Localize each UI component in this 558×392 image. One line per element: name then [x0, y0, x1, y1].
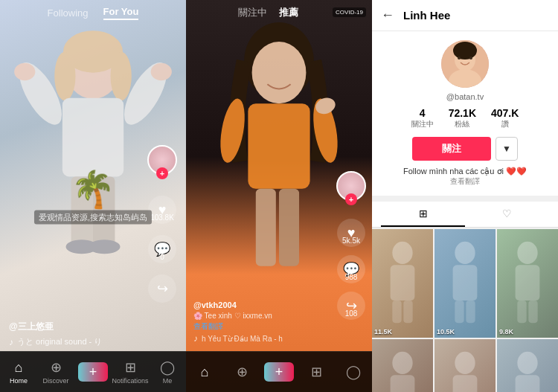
middle-tab-discover[interactable]: ⊕ — [223, 364, 260, 380]
notifications-icon: ⊞ — [125, 359, 136, 376]
svg-point-8 — [151, 63, 172, 81]
stat-following: 4 關注中 — [411, 107, 434, 129]
svg-point-7 — [14, 63, 35, 81]
followers-label: 粉絲 — [455, 119, 469, 129]
share-button[interactable]: ↪ — [148, 274, 176, 303]
follow-button[interactable]: 關注 — [412, 137, 491, 161]
likes-label: 讚 — [501, 119, 509, 129]
left-right-icons: ♥ 103.8K 💬 0 ↪ — [147, 145, 177, 303]
svg-rect-30 — [403, 301, 412, 323]
panel-middle: 關注中 推薦 COVID-19 ♥ 5k.5k 💬 988 ↪ 108 @vtk… — [186, 0, 372, 392]
me-label: Me — [163, 377, 173, 385]
video-thumb-4[interactable]: 12.3K — [434, 339, 496, 392]
stat-followers: 72.1K 粉絲 — [449, 107, 476, 129]
middle-notif-icon: ⊞ — [311, 364, 322, 380]
left-sound-row: ♪ うと original sound - り — [9, 336, 145, 347]
svg-rect-36 — [516, 265, 540, 301]
svg-point-43 — [455, 352, 475, 374]
middle-following-tab[interactable]: 關注中 — [238, 6, 267, 19]
svg-rect-20 — [279, 189, 299, 266]
bio-text: Follow mình nha các cậu ơi ❤️❤️ — [403, 167, 527, 176]
left-username: @三上悠亜 — [9, 321, 145, 333]
comment-count: 0 — [148, 253, 176, 261]
svg-rect-44 — [453, 375, 478, 392]
svg-point-39 — [392, 352, 412, 374]
svg-rect-28 — [391, 265, 415, 301]
profile-tab-grid[interactable]: ⊞ — [381, 202, 465, 227]
profile-tab-liked[interactable]: ♡ — [465, 202, 549, 227]
middle-desc2[interactable]: 查看翻譯 — [193, 321, 331, 332]
svg-point-12 — [89, 240, 120, 254]
notifications-label: Notifications — [112, 377, 148, 385]
middle-me-icon: ◯ — [346, 364, 361, 380]
for-you-tab[interactable]: For You — [103, 6, 139, 20]
likes-count: 407.K — [491, 107, 519, 119]
video-thumb-3[interactable]: 15.6K — [372, 339, 433, 392]
middle-like-count: 5k.5k — [337, 237, 365, 245]
tab-home[interactable]: ⌂ Home — [0, 360, 37, 385]
middle-desc1: 🌸 Tee xinh ♡ ixxme.vn — [193, 312, 331, 320]
me-icon: ◯ — [160, 359, 175, 376]
svg-rect-15 — [248, 103, 310, 188]
middle-tab-home[interactable]: ⌂ — [186, 364, 223, 380]
middle-tab-notif[interactable]: ⊞ — [298, 364, 335, 380]
middle-music-icon: ♪ — [193, 333, 198, 344]
stat-likes: 407.K 讚 — [491, 107, 519, 129]
panel-left: Following For You ♥ 103.8K 💬 0 ↪ @三上悠亜 ♪… — [0, 0, 186, 392]
svg-rect-34 — [466, 301, 475, 323]
music-note-icon: ♪ — [9, 337, 13, 347]
translate-link[interactable]: 查看翻譯 — [450, 176, 480, 187]
profile-header: ← Linh Hee — [372, 0, 558, 31]
discover-label: Discover — [42, 377, 68, 385]
svg-point-3 — [111, 51, 132, 100]
profile-info: @batan.tv 4 關注中 72.1K 粉絲 407.K 讚 關注 ▼ Fo… — [372, 31, 558, 196]
more-button[interactable]: ▼ — [496, 137, 518, 161]
tab-me[interactable]: ◯ Me — [149, 359, 186, 385]
svg-point-25 — [458, 57, 461, 60]
left-sound-text: うと original sound - り — [17, 336, 102, 347]
svg-rect-48 — [516, 375, 540, 392]
left-top-nav: Following For You — [0, 6, 186, 20]
svg-rect-40 — [391, 375, 415, 392]
tab-add[interactable]: + — [74, 362, 112, 382]
back-button[interactable]: ← — [381, 7, 394, 23]
middle-add-button[interactable]: + — [264, 362, 294, 382]
thumb-count-0: 11.5K — [374, 328, 392, 335]
svg-rect-4 — [62, 98, 124, 177]
following-label: 關注中 — [411, 119, 434, 129]
video-thumb-5[interactable]: 8.7K — [497, 339, 558, 392]
middle-home-icon: ⌂ — [201, 364, 209, 380]
svg-point-2 — [54, 51, 75, 100]
panel-right: ← Linh Hee @batan.tv 4 關注中 72.1K 粉絲 — [372, 0, 558, 392]
video-thumb-2[interactable]: 9.8K — [497, 229, 558, 338]
svg-rect-33 — [455, 301, 464, 323]
following-tab[interactable]: Following — [48, 7, 89, 19]
tab-discover[interactable]: ⊕ Discover — [37, 359, 74, 385]
profile-handle: @batan.tv — [446, 92, 484, 101]
avatar[interactable] — [147, 145, 177, 175]
profile-title: Linh Hee — [403, 9, 450, 22]
profile-stats: 4 關注中 72.1K 粉絲 407.K 讚 — [411, 107, 519, 129]
following-count: 4 — [420, 107, 426, 119]
middle-foryou-tab[interactable]: 推薦 — [279, 6, 298, 19]
add-button[interactable]: + — [78, 362, 108, 382]
svg-point-24 — [453, 42, 477, 60]
video-thumb-0[interactable]: 11.5K — [372, 229, 433, 338]
middle-sound-text: h Yêu Từ Đầu Mà Ra - h — [202, 335, 283, 343]
left-tab-bar: ⌂ Home ⊕ Discover + ⊞ Notifications ◯ Me — [0, 351, 186, 392]
middle-right-icons: ♥ 5k.5k 💬 988 ↪ 108 — [336, 171, 366, 318]
profile-tabs: ⊞ ♡ — [372, 202, 558, 228]
middle-top-nav: 關注中 推薦 — [186, 6, 350, 19]
middle-tab-me[interactable]: ◯ — [335, 364, 372, 380]
thumb-count-1: 10.5K — [437, 328, 455, 335]
follow-row: 關注 ▼ — [381, 137, 549, 161]
middle-share-count: 108 — [337, 309, 365, 318]
profile-avatar — [441, 40, 489, 88]
home-label: Home — [10, 377, 28, 385]
video-thumb-1[interactable]: 10.5K — [434, 229, 496, 338]
middle-avatar[interactable] — [336, 171, 366, 201]
svg-point-27 — [392, 242, 412, 264]
tab-notifications[interactable]: ⊞ Notifications — [112, 359, 149, 385]
middle-tab-add[interactable]: + — [260, 362, 298, 382]
middle-tab-bar: ⌂ ⊕ + ⊞ ◯ — [186, 351, 372, 392]
